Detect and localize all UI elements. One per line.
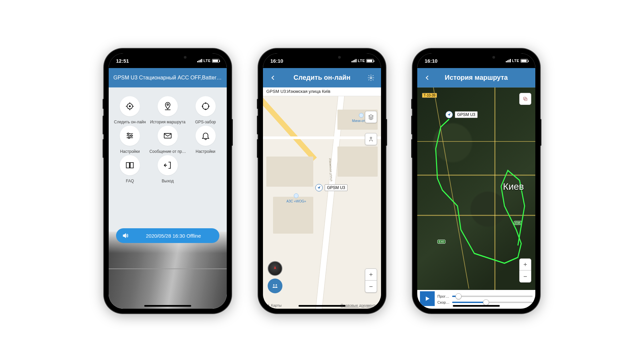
zoom-out-button[interactable] (365, 281, 377, 293)
home-indicator[interactable] (299, 305, 345, 307)
city-label: Киев (503, 181, 524, 192)
svg-point-8 (127, 133, 129, 135)
mail-icon (163, 131, 172, 140)
zoom-in-button[interactable] (365, 268, 377, 281)
sliders-icon (125, 131, 135, 140)
progress-slider[interactable]: Прог… (437, 294, 533, 298)
apple-icon (266, 303, 270, 307)
pin-history-icon (163, 102, 172, 111)
compass-icon (272, 265, 278, 272)
menu-label: Следить он-лайн (114, 120, 146, 124)
signal-icon (352, 59, 357, 62)
people-icon (271, 282, 279, 290)
device-marker[interactable]: GPSM U3 (445, 111, 478, 118)
battery-icon (212, 59, 219, 63)
marker-icon (315, 184, 323, 191)
satellite-map[interactable]: Т-10-39 E95 E40 GPSM U3 Киев (417, 87, 535, 309)
menu-settings[interactable]: Настройки (111, 126, 149, 154)
speed-slider[interactable]: Скор… (437, 300, 533, 304)
home-indicator[interactable] (453, 305, 500, 307)
phone-route-history: 16:10 LTE История маршрута Т-10-39 E95 E… (413, 49, 540, 313)
svg-rect-11 (164, 133, 171, 138)
poi-gas[interactable]: АЗС «WOG» (286, 193, 306, 203)
map-layers-button[interactable] (365, 111, 377, 123)
page-title: История маршрута (421, 74, 532, 81)
menu-label: FAQ (126, 179, 134, 183)
menu-route-history[interactable]: История маршрута (149, 96, 186, 124)
svg-point-13 (370, 137, 372, 139)
svg-point-6 (202, 106, 203, 107)
back-button[interactable] (265, 68, 281, 87)
zoom-out-button[interactable] (519, 270, 531, 283)
navbar: История маршрута (417, 68, 535, 87)
compass-button[interactable] (268, 261, 282, 276)
hotel-icon (359, 113, 364, 118)
menu-faq[interactable]: FAQ (111, 155, 149, 183)
svg-point-9 (131, 135, 132, 137)
svg-point-15 (276, 284, 277, 286)
phone-live-track: 16:10 LTE Следить он-лайн GPSM U3:Изюмск… (258, 49, 386, 313)
status-bar: 16:10 LTE (417, 53, 535, 68)
map-canvas[interactable]: Мини-отель АЗС «WOG» Изюмская улица GPSM… (263, 96, 381, 309)
menu-label: Выход (162, 179, 174, 183)
svg-point-14 (273, 284, 274, 286)
chevron-left-icon (270, 74, 276, 81)
map-layers-button[interactable] (519, 93, 531, 105)
zoom-controls (365, 268, 377, 293)
layers-icon (522, 96, 528, 102)
network-label: LTE (358, 59, 365, 63)
map-legal-link[interactable]: Правовые документы (341, 303, 378, 307)
menu-logout[interactable]: Выход (149, 155, 186, 183)
highway-badge: E40 (437, 240, 445, 244)
play-button[interactable] (420, 291, 435, 306)
page-title: GPSM U3 Стационарный ACC OFF,Battery1… (112, 75, 223, 81)
svg-point-7 (208, 106, 209, 107)
plus-icon (368, 272, 374, 277)
menu-alerts[interactable]: Настройки (187, 126, 224, 154)
background-cityscape (109, 232, 227, 309)
menu-label: Настройки (196, 149, 215, 154)
settings-button[interactable] (363, 68, 379, 87)
status-text: 2020/05/28 16:30 Offline (133, 233, 213, 239)
signal-icon (197, 59, 202, 62)
home-indicator[interactable] (144, 305, 191, 307)
map-streetview-button[interactable] (365, 133, 377, 145)
map-brand: Карты (266, 303, 281, 307)
status-pill[interactable]: 2020/05/28 16:30 Offline (116, 228, 219, 243)
status-bar: 16:10 LTE (263, 53, 381, 68)
poi-label: АЗС «WOG» (286, 199, 306, 203)
layers-icon (368, 114, 374, 120)
gas-icon (294, 193, 299, 198)
svg-point-2 (167, 104, 169, 106)
zoom-in-button[interactable] (519, 258, 531, 270)
device-marker[interactable]: GPSM U3 (315, 184, 347, 191)
menu-geofence[interactable]: GPS-забор (187, 96, 224, 124)
logout-icon (163, 161, 172, 170)
minus-icon (523, 274, 528, 279)
address-bar: GPSM U3:Изюмская улица Київ (263, 87, 381, 96)
road-badge: Т-10-39 (422, 93, 437, 98)
play-icon (424, 295, 431, 302)
back-button[interactable] (419, 68, 435, 87)
streetview-icon (368, 136, 374, 142)
highway-badge: E95 (514, 221, 522, 225)
zoom-controls (519, 258, 531, 283)
gear-icon (367, 74, 375, 81)
menu-messages[interactable]: Сообщение от пр… (149, 126, 186, 154)
speed-label: Скор… (437, 300, 451, 304)
share-location-button[interactable] (268, 279, 282, 293)
phone-dashboard: 12:51 LTE GPSM U3 Стационарный ACC OFF,B… (104, 49, 231, 313)
svg-point-12 (370, 77, 372, 79)
fence-icon (201, 102, 210, 111)
crosshair-icon (125, 102, 135, 111)
network-label: LTE (512, 59, 519, 63)
bell-icon (201, 131, 210, 140)
speaker-icon (122, 232, 129, 239)
minus-icon (368, 284, 374, 289)
clock: 16:10 (270, 58, 283, 64)
book-icon (125, 161, 135, 170)
progress-label: Прог… (437, 294, 451, 298)
menu-track-online[interactable]: Следить он-лайн (111, 96, 149, 124)
menu-label: Настройки (120, 149, 140, 154)
marker-icon (445, 111, 453, 118)
